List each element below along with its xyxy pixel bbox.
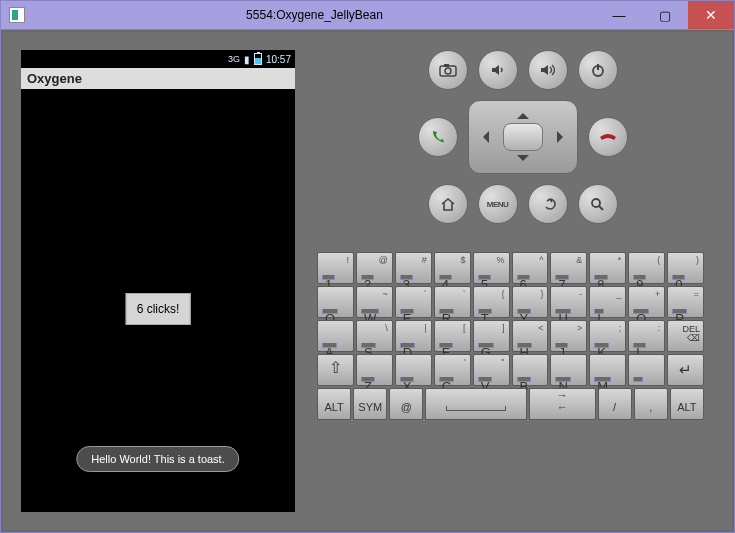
keyboard: 1!2@3#4$5%6^7&8*9(0) QW~E´R`T{Y}U-I_O+P=… [313, 252, 732, 420]
key-7[interactable]: 7& [550, 252, 587, 284]
dpad-down[interactable] [517, 155, 529, 167]
power-button[interactable] [578, 50, 618, 90]
key-3[interactable]: 3# [395, 252, 432, 284]
key-alt-left[interactable]: ALT [317, 388, 351, 420]
back-button[interactable] [528, 184, 568, 224]
app-title-bar: Oxygene [21, 68, 295, 89]
key-.[interactable]: . [628, 354, 665, 386]
window-controls: — ▢ ✕ [596, 1, 734, 29]
key-q[interactable]: Q [317, 286, 354, 318]
key-p[interactable]: P= [667, 286, 704, 318]
camera-button[interactable] [428, 50, 468, 90]
key-s[interactable]: S\ [356, 320, 393, 352]
maximize-button[interactable]: ▢ [642, 1, 688, 29]
volume-down-button[interactable] [478, 50, 518, 90]
toast-message: Hello World! This is a toast. [76, 446, 239, 472]
key-b[interactable]: B [512, 354, 549, 386]
key-1[interactable]: 1! [317, 252, 354, 284]
end-call-button[interactable] [588, 117, 628, 157]
key-z[interactable]: Z [356, 354, 393, 386]
key-8[interactable]: 8* [589, 252, 626, 284]
key-x[interactable]: X [395, 354, 432, 386]
key-5[interactable]: 5% [473, 252, 510, 284]
dpad-right[interactable] [557, 131, 569, 143]
clock: 10:57 [266, 54, 291, 65]
key-row-4: ⇧ZXC'V"BNM.↵ [317, 354, 704, 386]
status-bar: 3G ▮ 10:57 [21, 50, 295, 68]
dpad-center[interactable] [503, 123, 543, 151]
key-space[interactable] [425, 388, 527, 420]
close-button[interactable]: ✕ [688, 1, 734, 29]
key-l[interactable]: L: [628, 320, 665, 352]
key-at[interactable]: @ [389, 388, 423, 420]
window-title: 5554:Oxygene_JellyBean [33, 8, 596, 22]
key-slash[interactable]: / [598, 388, 632, 420]
dpad-left[interactable] [477, 131, 489, 143]
key-c[interactable]: C' [434, 354, 471, 386]
key-n[interactable]: N [550, 354, 587, 386]
phone-screen[interactable]: 3G ▮ 10:57 Oxygene 6 clicks! Hello World… [21, 50, 295, 512]
key-d[interactable]: D| [395, 320, 432, 352]
key-4[interactable]: 4$ [434, 252, 471, 284]
key-t[interactable]: T{ [473, 286, 510, 318]
key-r[interactable]: R` [434, 286, 471, 318]
key-6[interactable]: 6^ [512, 252, 549, 284]
key-enter[interactable]: ↵ [667, 354, 704, 386]
key-comma[interactable]: , [634, 388, 668, 420]
svg-point-1 [445, 68, 451, 74]
key-alt-right[interactable]: ALT [670, 388, 704, 420]
volume-up-button[interactable] [528, 50, 568, 90]
dpad-up[interactable] [517, 107, 529, 119]
emulator-body: 3G ▮ 10:57 Oxygene 6 clicks! Hello World… [0, 30, 735, 533]
network-indicator: 3G [228, 54, 240, 64]
phone-frame: 3G ▮ 10:57 Oxygene 6 clicks! Hello World… [3, 32, 313, 530]
key-y[interactable]: Y} [512, 286, 549, 318]
key-row-5: ALTSYM@→←/,ALT [317, 388, 704, 420]
key-j[interactable]: J> [550, 320, 587, 352]
hardware-buttons: MENU [418, 50, 628, 224]
key-m[interactable]: M [589, 354, 626, 386]
key-w[interactable]: W~ [356, 286, 393, 318]
battery-icon [254, 53, 262, 65]
menu-button[interactable]: MENU [478, 184, 518, 224]
key-o[interactable]: O+ [628, 286, 665, 318]
key-k[interactable]: K; [589, 320, 626, 352]
key-arrows[interactable]: →← [529, 388, 595, 420]
minimize-button[interactable]: — [596, 1, 642, 29]
key-e[interactable]: E´ [395, 286, 432, 318]
svg-point-5 [592, 199, 600, 207]
app-content[interactable]: 6 clicks! Hello World! This is a toast. [21, 89, 295, 512]
call-button[interactable] [418, 117, 458, 157]
key-shift[interactable]: ⇧ [317, 354, 354, 386]
key-i[interactable]: I_ [589, 286, 626, 318]
svg-rect-2 [444, 64, 449, 67]
key-g[interactable]: G] [473, 320, 510, 352]
key-0[interactable]: 0) [667, 252, 704, 284]
key-row-3: AS\D|F[G]H<J>K;L:DEL⌫ [317, 320, 704, 352]
signal-icon: ▮ [244, 54, 250, 65]
key-a[interactable]: A [317, 320, 354, 352]
svg-line-6 [599, 206, 603, 210]
key-f[interactable]: F[ [434, 320, 471, 352]
key-row-1: 1!2@3#4$5%6^7&8*9(0) [317, 252, 704, 284]
dpad [468, 100, 578, 174]
key-v[interactable]: V" [473, 354, 510, 386]
hardware-panel: MENU 1!2@3#4$5%6^7&8*9(0) QW~E´R`T{Y}U-I… [313, 32, 732, 530]
key-h[interactable]: H< [512, 320, 549, 352]
key-row-2: QW~E´R`T{Y}U-I_O+P= [317, 286, 704, 318]
key-delete[interactable]: DEL⌫ [667, 320, 704, 352]
search-button[interactable] [578, 184, 618, 224]
key-sym[interactable]: SYM [353, 388, 387, 420]
home-button[interactable] [428, 184, 468, 224]
key-2[interactable]: 2@ [356, 252, 393, 284]
key-9[interactable]: 9( [628, 252, 665, 284]
key-u[interactable]: U- [550, 286, 587, 318]
click-counter-button[interactable]: 6 clicks! [126, 293, 191, 325]
window-titlebar: 5554:Oxygene_JellyBean — ▢ ✕ [0, 0, 735, 30]
app-icon [9, 7, 25, 23]
